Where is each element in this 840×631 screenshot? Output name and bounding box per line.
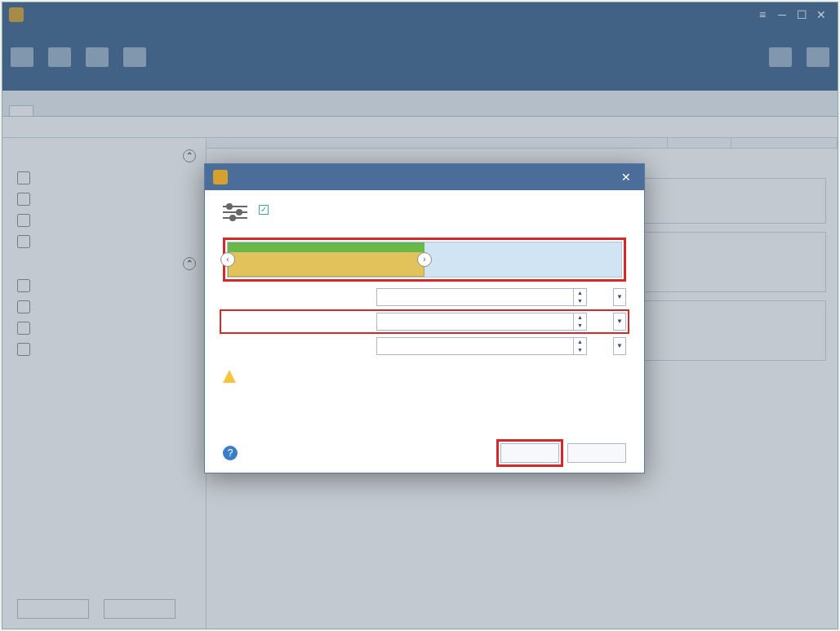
right-handle[interactable]: › — [417, 252, 432, 267]
before-input[interactable] — [376, 288, 574, 306]
dialog-close-button[interactable]: ✕ — [616, 167, 636, 187]
before-unit-dd[interactable]: ▼ — [613, 288, 626, 306]
size-unit-dd[interactable]: ▼ — [613, 313, 626, 331]
size-spinner[interactable]: ▲▼ — [574, 313, 587, 331]
sliders-icon — [223, 202, 247, 226]
ok-button[interactable] — [500, 443, 559, 463]
help-icon[interactable]: ? — [223, 446, 238, 460]
after-input[interactable] — [376, 337, 574, 355]
move-resize-dialog: ✕ ✓ — [204, 163, 645, 473]
before-spinner[interactable]: ▲▼ — [574, 288, 587, 306]
size-input[interactable] — [376, 313, 574, 331]
after-unit-dd[interactable]: ▼ — [613, 337, 626, 355]
cancel-button[interactable] — [567, 443, 626, 463]
left-handle[interactable]: ‹ — [220, 252, 235, 267]
warning-icon — [223, 370, 236, 383]
enhanced-mode-checkbox[interactable]: ✓ — [259, 205, 269, 215]
app-icon — [213, 170, 228, 184]
after-spinner[interactable]: ▲▼ — [574, 337, 587, 355]
size-slider[interactable]: ‹ › — [227, 242, 622, 278]
